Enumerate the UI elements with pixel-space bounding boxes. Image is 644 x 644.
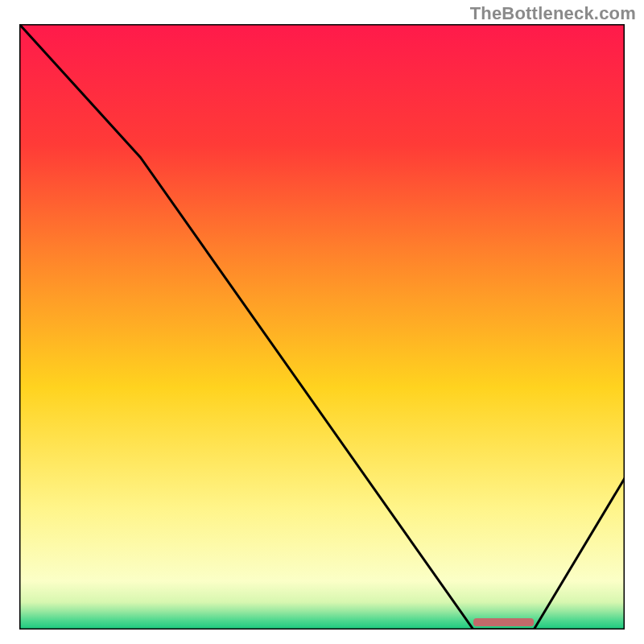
chart-svg: [19, 24, 625, 630]
attribution-text: TheBottleneck.com: [470, 3, 636, 24]
chart-container: TheBottleneck.com: [0, 0, 644, 644]
highlight-marker: [473, 618, 534, 626]
plot-area: [19, 24, 625, 630]
gradient-background: [19, 24, 625, 630]
